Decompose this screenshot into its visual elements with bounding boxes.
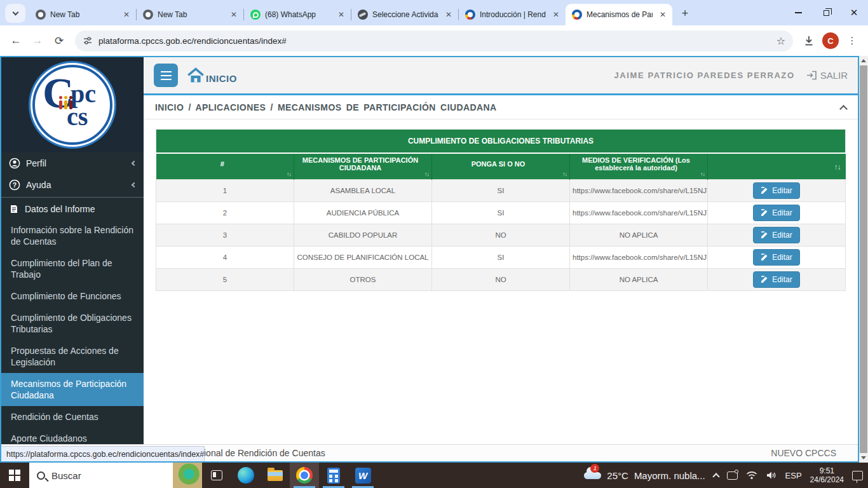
cloud-icon: 1: [584, 472, 601, 479]
sort-icon[interactable]: ↑↓: [562, 171, 567, 177]
tab-title: Introducción | Rendic: [480, 10, 546, 19]
sort-icon[interactable]: ↑↓: [287, 171, 291, 177]
scroll-down-arrow-icon[interactable]: [861, 456, 866, 459]
tab-seleccione-actividad[interactable]: Seleccione Actividad ✕: [351, 4, 458, 25]
weather-widget[interactable]: 1 25°C Mayorm. nubla...: [584, 470, 705, 481]
wifi-icon[interactable]: [746, 471, 757, 480]
sort-icon[interactable]: ↑↓: [424, 171, 429, 177]
sidebar-item-propuestas[interactable]: Propuestas de Acciones de Legislación: [1, 340, 144, 373]
browser-menu-icon[interactable]: ⋮: [843, 31, 862, 50]
scrollbar-thumb[interactable]: [860, 65, 867, 453]
browser-scrollbar[interactable]: [859, 56, 868, 463]
tab-search-chevron-icon[interactable]: [5, 4, 25, 23]
file-explorer-button[interactable]: [261, 463, 290, 488]
editar-button[interactable]: Editar: [753, 227, 799, 243]
search-placeholder: Buscar: [51, 470, 81, 481]
sidebar-item-rendicion[interactable]: Rendición de Cuentas: [1, 406, 144, 428]
tab-new-tab-1[interactable]: New Tab ✕: [29, 4, 136, 25]
cell-ponga: NO: [432, 269, 570, 291]
sidebar-item-obligaciones[interactable]: Cumplimiento de Obligaciones Tributarias: [1, 307, 144, 340]
downloads-button[interactable]: [799, 31, 818, 50]
cell-mecanismo: CABILDO POPULAR: [294, 224, 432, 247]
sidebar-item-informacion[interactable]: Información sobre la Rendición de Cuenta…: [1, 219, 144, 252]
page-topbar: INICIO JAIME PATRICIO PAREDES PERRAZO SA…: [144, 57, 858, 95]
hidden-icons-chevron-icon[interactable]: [712, 473, 719, 480]
windows-logo-icon: [9, 470, 20, 481]
editar-button[interactable]: Editar: [753, 271, 799, 288]
tablet-mode-icon[interactable]: [727, 471, 738, 480]
sort-icon[interactable]: ↑↓: [700, 171, 705, 177]
cell-medios: https://www.facebook.com/share/v/L15NJTF…: [570, 180, 708, 202]
clock[interactable]: 9:51 24/6/2024: [810, 466, 844, 484]
calculator-icon: [327, 468, 340, 484]
back-button[interactable]: ←: [6, 31, 25, 50]
edit-pencil-icon: [761, 254, 768, 261]
language-indicator[interactable]: ESP: [785, 471, 802, 480]
home-link[interactable]: INICIO: [187, 67, 237, 84]
sidebar-item-ayuda[interactable]: ? Ayuda: [1, 174, 144, 196]
obligaciones-table: CUMPLIMIENTO DE OBLIGACIONES TRIBUTARIAS…: [156, 129, 846, 291]
scroll-up-arrow-icon[interactable]: [861, 59, 866, 62]
sidebar-item-datos-del-informe[interactable]: Datos del Informe: [1, 199, 144, 219]
calculator-button[interactable]: [319, 463, 348, 488]
new-tab-button[interactable]: +: [676, 4, 694, 22]
hamburger-menu-button[interactable]: [154, 64, 178, 87]
column-header-ponga[interactable]: PONGA SI O NO ↑↓: [432, 153, 570, 180]
help-icon: ?: [9, 179, 20, 191]
sidebar-item-perfil[interactable]: Perfil: [1, 152, 144, 174]
close-button[interactable]: ✕: [840, 0, 868, 25]
breadcrumb: INICIO / APLICACIONES / MECANISMOS DE PA…: [144, 95, 858, 119]
site-settings-icon[interactable]: [83, 36, 93, 46]
profile-avatar[interactable]: C: [821, 31, 840, 50]
tab-close-icon[interactable]: ✕: [121, 9, 132, 20]
cell-num: 2: [156, 202, 294, 224]
sort-icon[interactable]: ↑↓: [834, 163, 841, 172]
column-header-num[interactable]: # ↑↓: [156, 153, 294, 180]
tab-close-icon[interactable]: ✕: [336, 9, 347, 20]
sidebar-item-aporte[interactable]: Aporte Ciudadanos: [1, 428, 144, 444]
bookmark-star-icon[interactable]: ☆: [776, 35, 785, 47]
system-tray: 1 25°C Mayorm. nubla... ESP 9:51 24/6/20…: [584, 463, 868, 488]
word-button[interactable]: [348, 463, 377, 488]
table-row: 1 ASAMBLEA LOCAL SI https://www.facebook…: [156, 180, 846, 202]
tab-close-icon[interactable]: ✕: [657, 9, 668, 20]
tab-close-icon[interactable]: ✕: [228, 9, 240, 20]
volume-icon[interactable]: [766, 471, 777, 480]
editar-button[interactable]: Editar: [753, 249, 799, 266]
tab-introduccion[interactable]: Introducción | Rendic ✕: [459, 4, 566, 25]
sidebar-item-label: Datos del Informe: [25, 204, 95, 214]
status-url-text: https://plataforma.cpccs.gob.ec/rendicio…: [6, 450, 204, 459]
tab-title: (68) WhatsApp: [265, 10, 331, 19]
column-header-mecanismos[interactable]: MECANISMOS DE PARTICIPACIÓN CIUDADANA ↑↓: [294, 153, 432, 180]
sidebar-item-mecanismos-active[interactable]: Mecanismos de Participación Ciudadana: [1, 373, 144, 406]
search-input[interactable]: Buscar: [29, 463, 202, 488]
restore-button[interactable]: [812, 0, 840, 25]
minimize-button[interactable]: [784, 0, 812, 25]
chrome-button[interactable]: [290, 463, 319, 488]
action-center-icon[interactable]: [852, 471, 863, 480]
url-text[interactable]: plataforma.cpccs.gob.ec/rendicioncuentas…: [98, 36, 771, 46]
table-row: 4 CONSEJO DE PLANIFICACIÓN LOCAL SI http…: [156, 247, 846, 269]
person-icon: [9, 158, 20, 169]
search-highlight-image[interactable]: [173, 463, 202, 488]
address-bar[interactable]: plataforma.cpccs.gob.ec/rendicioncuentas…: [75, 30, 793, 51]
logout-button[interactable]: SALIR: [806, 70, 848, 81]
tab-title: New Tab: [158, 10, 224, 19]
sidebar-item-funciones[interactable]: Cumplimiento de Funciones: [1, 285, 144, 307]
column-header-actions[interactable]: ↑↓: [708, 153, 846, 180]
tab-whatsapp[interactable]: (68) WhatsApp ✕: [244, 4, 351, 25]
tab-close-icon[interactable]: ✕: [550, 9, 562, 20]
tab-close-icon[interactable]: ✕: [443, 9, 454, 20]
edge-button[interactable]: [231, 463, 261, 488]
reload-button[interactable]: ⟳: [50, 31, 69, 50]
forward-button[interactable]: →: [28, 31, 47, 50]
editar-button[interactable]: Editar: [753, 182, 799, 199]
column-header-medios[interactable]: MEDIOS DE VERIFICACIÓN (Los establecerá …: [570, 153, 708, 180]
start-button[interactable]: [0, 463, 29, 488]
sidebar-item-plan-trabajo[interactable]: Cumplimiento del Plan de Trabajo: [1, 252, 144, 285]
tab-mecanismos-active[interactable]: Mecanismos de Parti ✕: [566, 4, 672, 25]
tab-new-tab-2[interactable]: New Tab ✕: [137, 4, 243, 25]
task-view-button[interactable]: [202, 463, 231, 488]
editar-button[interactable]: Editar: [753, 205, 799, 221]
collapse-chevron-up-icon[interactable]: [839, 105, 848, 113]
